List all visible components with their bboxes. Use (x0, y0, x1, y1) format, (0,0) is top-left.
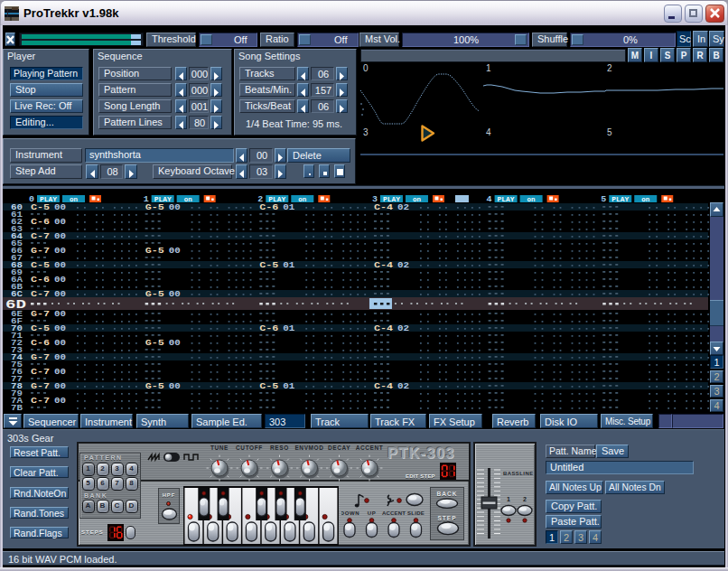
svg-text:00: 00 (54, 276, 66, 285)
svg-text:SLIDE: SLIDE (407, 510, 425, 516)
svg-text:00: 00 (54, 382, 66, 391)
svg-text:00: 00 (169, 247, 181, 256)
svg-text:DECAY: DECAY (328, 445, 350, 451)
svg-text:on: on (527, 197, 536, 203)
svg-text:C-5: C-5 (259, 382, 278, 391)
svg-text:TUNE: TUNE (210, 445, 229, 451)
svg-text:G-5: G-5 (145, 339, 164, 348)
svg-text:00: 00 (54, 310, 66, 319)
svg-text:on: on (298, 197, 306, 203)
svg-text:C-5: C-5 (31, 203, 50, 212)
svg-text:1: 1 (507, 496, 510, 502)
svg-text:00: 00 (169, 382, 181, 391)
svg-text:C-7: C-7 (31, 232, 50, 241)
svg-text:00: 00 (54, 368, 66, 377)
svg-text:G-5: G-5 (145, 382, 164, 391)
svg-text:C-4: C-4 (374, 382, 394, 391)
svg-text:00: 00 (54, 218, 66, 227)
svg-text:BASSLINE: BASSLINE (503, 471, 534, 476)
svg-text:02: 02 (397, 324, 409, 333)
svg-text:00: 00 (54, 397, 66, 406)
svg-text:CUTOFF: CUTOFF (236, 445, 263, 451)
svg-text:PLAY: PLAY (154, 197, 172, 203)
svg-text:C-6: C-6 (259, 203, 278, 212)
svg-text:00: 00 (54, 232, 66, 241)
svg-text:on: on (413, 197, 421, 203)
svg-text:ACCENT: ACCENT (382, 510, 406, 516)
svg-text:G-7: G-7 (31, 247, 50, 256)
svg-text:00: 00 (169, 339, 181, 348)
svg-text:C-4: C-4 (374, 261, 394, 270)
svg-text:C-4: C-4 (374, 324, 394, 333)
svg-text:01: 01 (283, 382, 295, 391)
svg-text:C-6: C-6 (259, 324, 278, 333)
svg-text:00: 00 (54, 247, 66, 256)
svg-text:7B: 7B (11, 404, 23, 412)
svg-text:02: 02 (397, 382, 409, 391)
svg-text:UP: UP (368, 510, 377, 516)
svg-text:C-4: C-4 (374, 203, 394, 212)
svg-text:G-5: G-5 (145, 203, 164, 212)
svg-text:C-7: C-7 (31, 368, 50, 377)
svg-text:on: on (641, 197, 649, 203)
svg-text:PLAY: PLAY (611, 197, 629, 203)
svg-text:00: 00 (169, 203, 181, 212)
svg-text:02: 02 (397, 261, 409, 270)
svg-text:PLAY: PLAY (40, 197, 57, 203)
svg-text:00: 00 (54, 261, 66, 270)
svg-text:C-5: C-5 (31, 324, 50, 333)
svg-text:G-7: G-7 (31, 310, 50, 319)
svg-text:PLAY: PLAY (268, 197, 285, 203)
svg-text:ACCENT: ACCENT (356, 445, 384, 451)
svg-text:PLAY: PLAY (498, 197, 515, 203)
svg-text:C-6: C-6 (31, 218, 50, 227)
svg-text:C-6: C-6 (31, 276, 50, 285)
svg-text:C-7: C-7 (31, 397, 50, 406)
svg-text:C-5: C-5 (31, 261, 50, 270)
svg-text:ENVMOD: ENVMOD (294, 445, 323, 451)
svg-text:01: 01 (283, 324, 295, 333)
svg-text:00: 00 (54, 203, 66, 212)
svg-text:G-7: G-7 (31, 353, 50, 362)
svg-text:PLAY: PLAY (383, 197, 400, 203)
svg-text:on: on (184, 197, 192, 203)
svg-text:2: 2 (523, 496, 527, 502)
svg-text:on: on (70, 197, 78, 203)
svg-text:02: 02 (397, 203, 409, 212)
svg-text:G-7: G-7 (31, 382, 50, 391)
svg-text:RESO: RESO (270, 445, 289, 451)
svg-text:00: 00 (54, 324, 66, 333)
svg-text:00: 00 (54, 339, 66, 348)
svg-text:C-6: C-6 (31, 339, 50, 348)
svg-text:01: 01 (283, 261, 295, 270)
svg-text:5: 5 (601, 195, 606, 204)
svg-text:G-5: G-5 (145, 247, 164, 256)
svg-text:01: 01 (283, 203, 295, 212)
svg-text:4: 4 (487, 195, 493, 204)
svg-text:DOWN: DOWN (341, 510, 359, 516)
svg-text:C-5: C-5 (259, 261, 278, 270)
svg-text:00: 00 (54, 353, 66, 362)
